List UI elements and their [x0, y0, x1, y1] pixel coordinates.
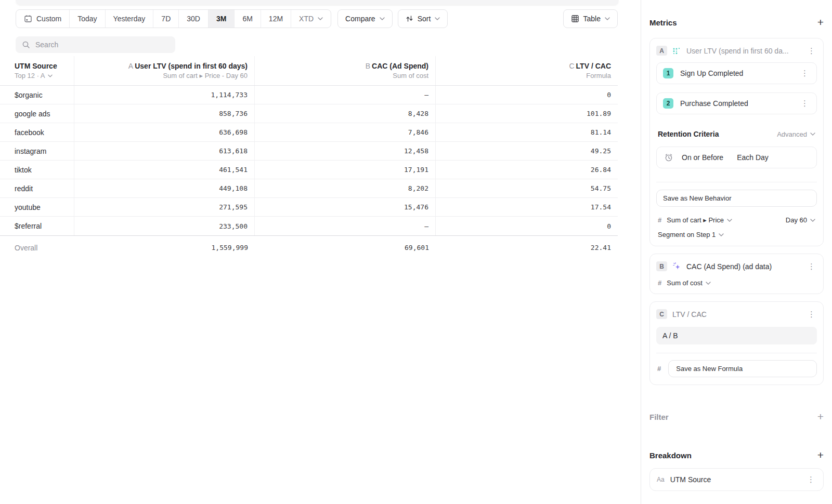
breakdown-title: Breakdown	[649, 451, 692, 460]
add-filter-button[interactable]: +	[817, 412, 824, 421]
table-row: $organic 1,114,733 – 0	[0, 86, 618, 104]
metric-c-menu-button[interactable]: ⋮	[806, 310, 817, 319]
metric-letter-badge: C	[656, 309, 667, 319]
metric-card-a: A User LTV (spend in first 60 da... ⋮ 1 …	[649, 38, 824, 246]
cell-value: 613,618	[74, 142, 255, 160]
filter-section-header: Filter +	[649, 412, 824, 421]
view-type-button[interactable]: Table	[563, 9, 618, 28]
metric-card-b: B CAC (Ad Spend) (ad data) ⋮ # Sum of co…	[649, 254, 824, 294]
numeric-property-icon: #	[657, 365, 661, 373]
chevron-down-icon	[380, 17, 385, 20]
column-subtitle: Formula	[586, 72, 611, 79]
row-label: facebook	[0, 123, 74, 141]
cell-value: 271,595	[74, 198, 255, 216]
search-input[interactable]	[35, 41, 169, 49]
ad-data-sparkle-icon	[672, 262, 681, 271]
report-toolbar: Custom Today Yesterday 7D 30D 3M 6M 12M …	[16, 9, 618, 28]
metric-c-title: LTV / CAC	[672, 310, 801, 319]
add-breakdown-button[interactable]: +	[817, 450, 824, 460]
table-grid-icon	[571, 15, 579, 23]
retention-mode-dropdown[interactable]: Advanced	[777, 130, 815, 138]
retention-criteria-row: Retention Criteria Advanced	[658, 130, 815, 138]
date-range-xtd[interactable]: XTD	[291, 10, 331, 28]
table-row: facebook 636,698 7,846 81.14	[0, 123, 618, 142]
segment-value: Segment on Step 1	[658, 231, 716, 238]
cell-value: 1,114,733	[74, 86, 255, 104]
retention-frequency-dropdown[interactable]: Each Day	[737, 153, 769, 162]
sort-icon	[406, 15, 413, 22]
cell-value: –	[255, 86, 436, 104]
step-menu-button[interactable]: ⋮	[799, 69, 810, 78]
date-range-label: 30D	[187, 15, 200, 23]
compare-label: Compare	[345, 15, 375, 23]
property-value: Sum of cost	[667, 279, 703, 287]
cell-value: 81.14	[436, 123, 618, 141]
cell-value: 101.89	[436, 104, 618, 123]
cell-value: 461,541	[74, 161, 255, 179]
breakdown-section-header: Breakdown +	[649, 450, 824, 460]
date-range-6m[interactable]: 6M	[235, 10, 261, 28]
chevron-down-icon	[435, 17, 440, 20]
metric-b-menu-button[interactable]: ⋮	[806, 262, 817, 271]
view-type-label: Table	[583, 15, 601, 23]
cell-value: –	[255, 217, 436, 235]
add-metric-button[interactable]: +	[817, 18, 824, 27]
save-as-new-behavior-button[interactable]: Save as New Behavior	[656, 190, 817, 207]
chevron-down-icon	[48, 74, 53, 77]
chevron-down-icon	[810, 132, 815, 136]
metric-b-title: CAC (Ad Spend) (ad data)	[686, 262, 801, 271]
property-dropdown[interactable]: Sum of cost	[667, 279, 711, 287]
step-1-sign-up-completed[interactable]: 1 Sign Up Completed ⋮	[656, 62, 817, 84]
column-header-metric-b[interactable]: BCAC (Ad Spend) Sum of cost	[255, 56, 436, 85]
formula-input[interactable]: A / B	[656, 327, 817, 344]
save-as-new-formula-button[interactable]: Save as New Formula	[668, 360, 817, 377]
segment-dropdown[interactable]: Segment on Step 1	[658, 231, 815, 238]
column-header-metric-a[interactable]: AUser LTV (spend in first 60 days) Sum o…	[74, 56, 255, 85]
table-row: google ads 858,736 8,428 101.89	[0, 104, 618, 123]
column-header-utm-source[interactable]: UTM Source Top 12 · A	[0, 56, 74, 85]
column-title: LTV / CAC	[576, 62, 611, 70]
cell-value: 26.84	[436, 161, 618, 179]
cell-value: 858,736	[74, 104, 255, 123]
formula-value: A / B	[662, 331, 678, 340]
metric-c-header[interactable]: C LTV / CAC ⋮	[650, 302, 823, 326]
breakdown-menu-button[interactable]: ⋮	[805, 475, 816, 484]
metric-a-menu-button[interactable]: ⋮	[806, 46, 817, 56]
window-value: Day 60	[786, 216, 807, 224]
cell-value: 233,500	[74, 217, 255, 235]
metric-card-c: C LTV / CAC ⋮ A / B # Save as New Formul…	[649, 301, 824, 385]
compare-button[interactable]: Compare	[337, 9, 393, 28]
filter-title: Filter	[649, 413, 669, 421]
date-range-custom[interactable]: Custom	[16, 10, 70, 28]
window-dropdown[interactable]: Day 60	[786, 216, 815, 224]
date-range-yesterday[interactable]: Yesterday	[106, 10, 154, 28]
breakdown-item-utm-source[interactable]: Aa UTM Source ⋮	[649, 468, 824, 491]
metrics-title: Metrics	[649, 18, 677, 27]
table-row: $referral 233,500 – 0	[0, 217, 618, 235]
cell-value: 12,458	[255, 142, 436, 160]
date-range-7d[interactable]: 7D	[153, 10, 179, 28]
property-dropdown[interactable]: Sum of cart ▸ Price	[667, 216, 732, 224]
date-range-label: Yesterday	[113, 15, 146, 23]
chevron-down-icon	[605, 17, 610, 20]
overall-value: 1,559,999	[74, 236, 255, 259]
metric-b-header[interactable]: B CAC (Ad Spend) (ad data) ⋮	[650, 254, 823, 278]
cell-value: 49.25	[436, 142, 618, 160]
metric-letter-badge: B	[656, 261, 667, 271]
column-title: User LTV (spend in first 60 days)	[135, 62, 248, 70]
date-range-label: 7D	[161, 15, 171, 23]
date-range-30d[interactable]: 30D	[179, 10, 209, 28]
retention-frequency-value: Each Day	[737, 153, 769, 162]
metric-a-header[interactable]: A User LTV (spend in first 60 da... ⋮	[650, 38, 823, 62]
date-range-12m[interactable]: 12M	[261, 10, 291, 28]
column-letter: A	[128, 62, 133, 70]
date-range-3m-selected[interactable]: 3M	[209, 10, 235, 28]
measurement-row: # Sum of cart ▸ Price Day 60	[658, 216, 815, 224]
numeric-property-icon: #	[658, 279, 661, 287]
date-range-today[interactable]: Today	[70, 10, 105, 28]
retention-condition-dropdown[interactable]: On or Before	[682, 153, 723, 162]
step-2-purchase-completed[interactable]: 2 Purchase Completed ⋮	[656, 92, 817, 114]
sort-button[interactable]: Sort	[398, 9, 448, 28]
column-header-metric-c[interactable]: CLTV / CAC Formula	[436, 56, 618, 85]
step-menu-button[interactable]: ⋮	[799, 99, 810, 108]
